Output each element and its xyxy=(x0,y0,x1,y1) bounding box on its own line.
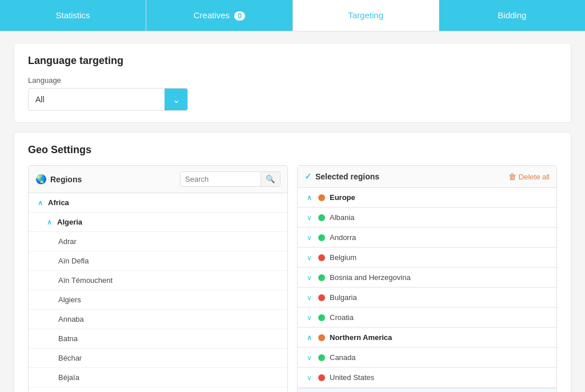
language-dropdown-arrow[interactable]: ⌄ xyxy=(165,89,187,110)
selected-canada[interactable]: ∨ Canada xyxy=(298,348,556,367)
selected-header: ✓ Selected regions 🗑 Delete all xyxy=(298,166,556,188)
region-batna-label: Batna xyxy=(58,334,78,343)
status-dot-bosnia xyxy=(318,274,325,281)
regions-header: 🌏 Regions 🔍 xyxy=(29,166,287,193)
bottom-checkbox-row: ✓ I want to buy traffic from other regio… xyxy=(298,388,556,392)
region-annaba[interactable]: Annaba xyxy=(29,310,287,329)
list-item: ∨ Canada xyxy=(298,348,556,368)
region-adrar[interactable]: Adrar xyxy=(29,232,287,251)
region-beni-abbes[interactable]: Beni Abbes xyxy=(29,387,287,392)
selected-united-states[interactable]: ∨ United States xyxy=(298,368,556,387)
region-ain-temouchent-label: Aïn Témouchent xyxy=(58,276,113,285)
selected-europe-label: Europe xyxy=(330,193,355,202)
selected-belgium-label: Belgium xyxy=(330,253,356,262)
language-section: Language targeting Language All ⌄ xyxy=(14,43,571,123)
selected-belgium[interactable]: ∨ Belgium xyxy=(298,248,556,267)
language-dropdown[interactable]: All ⌄ xyxy=(28,88,188,111)
creatives-badge: 0 xyxy=(234,11,245,21)
selected-bulgaria-label: Bulgaria xyxy=(330,293,357,302)
check-circle-icon: ✓ xyxy=(304,171,312,182)
selected-canada-label: Canada xyxy=(330,353,356,362)
selected-bosnia-label: Bosnia and Herzegovina xyxy=(330,273,411,282)
tab-bidding-label: Bidding xyxy=(498,10,526,20)
chevron-down-icon: ⌄ xyxy=(173,94,180,105)
chevron-down-icon: ∨ xyxy=(304,234,314,242)
list-item: Béjaïa xyxy=(29,368,287,387)
tab-creatives-label: Creatives xyxy=(194,10,230,20)
tab-creatives[interactable]: Creatives 0 xyxy=(146,0,292,31)
geo-section-title: Geo Settings xyxy=(28,144,557,156)
selected-croatia[interactable]: ∨ Croatia xyxy=(298,308,556,327)
tabs-bar: Statistics Creatives 0 Targeting Bidding xyxy=(0,0,585,31)
list-item: Aïn Témouchent xyxy=(29,271,287,290)
status-dot-andorra xyxy=(318,234,325,241)
list-item: ∨ United States xyxy=(298,368,556,388)
selected-europe[interactable]: ∧ Europe xyxy=(298,188,556,207)
status-dot-northern-america xyxy=(318,334,325,341)
selected-andorra[interactable]: ∨ Andorra xyxy=(298,228,556,247)
tab-bidding[interactable]: Bidding xyxy=(439,0,585,31)
tab-statistics[interactable]: Statistics xyxy=(0,0,146,31)
selected-tree: ∧ Europe ∨ Albania xyxy=(298,188,556,388)
chevron-down-icon: ∨ xyxy=(304,254,314,262)
regions-column: 🌏 Regions 🔍 ∧ Afri xyxy=(28,165,288,392)
list-item: Batna xyxy=(29,329,287,349)
selected-andorra-label: Andorra xyxy=(330,233,356,242)
status-dot-united-states xyxy=(318,374,325,381)
selected-albania[interactable]: ∨ Albania xyxy=(298,208,556,227)
selected-bosnia[interactable]: ∨ Bosnia and Herzegovina xyxy=(298,268,556,287)
region-bejaia[interactable]: Béjaïa xyxy=(29,368,287,387)
tab-statistics-label: Statistics xyxy=(56,10,90,20)
selected-column: ✓ Selected regions 🗑 Delete all ∧ xyxy=(297,165,557,392)
selected-united-states-label: United States xyxy=(330,373,374,382)
list-item: ∧ Africa xyxy=(29,193,287,213)
list-item: Annaba xyxy=(29,310,287,329)
selected-northern-america[interactable]: ∧ Northern America xyxy=(298,328,556,347)
regions-label: Regions xyxy=(50,175,82,184)
list-item: ∨ Croatia xyxy=(298,308,556,328)
list-item: ∨ Bulgaria xyxy=(298,288,556,308)
status-dot-canada xyxy=(318,354,325,361)
selected-northern-america-label: Northern America xyxy=(330,333,392,342)
list-item: Aïn Defla xyxy=(29,251,287,271)
delete-all-button[interactable]: 🗑 Delete all xyxy=(508,172,550,181)
list-item: ∨ Belgium xyxy=(298,248,556,268)
list-item: Algiers xyxy=(29,290,287,310)
tab-targeting[interactable]: Targeting xyxy=(293,0,439,31)
tab-targeting-label: Targeting xyxy=(348,10,383,20)
list-item: ∧ Europe xyxy=(298,188,556,208)
region-africa-label: Africa xyxy=(48,198,69,207)
region-bechar-label: Béchar xyxy=(58,354,82,362)
language-section-title: Language targeting xyxy=(28,55,557,67)
region-algeria[interactable]: ∧ Algeria xyxy=(29,213,287,231)
geo-section: Geo Settings 🌏 Regions 🔍 xyxy=(14,132,571,392)
status-dot-europe xyxy=(318,194,325,201)
search-box: 🔍 xyxy=(180,171,281,187)
selected-albania-label: Albania xyxy=(330,213,354,222)
list-item: ∨ Albania xyxy=(298,208,556,228)
search-button[interactable]: 🔍 xyxy=(261,172,280,186)
region-africa[interactable]: ∧ Africa xyxy=(29,193,287,212)
region-ain-temouchent[interactable]: Aïn Témouchent xyxy=(29,271,287,290)
region-batna[interactable]: Batna xyxy=(29,329,287,348)
region-ain-defla-label: Aïn Defla xyxy=(58,257,89,265)
list-item: Adrar xyxy=(29,232,287,251)
language-dropdown-value: All xyxy=(29,90,165,109)
geo-columns: 🌏 Regions 🔍 ∧ Afri xyxy=(28,165,557,392)
regions-title-row: 🌏 Regions xyxy=(35,174,82,185)
status-dot-albania xyxy=(318,214,325,221)
language-field-label: Language xyxy=(28,76,557,85)
status-dot-bulgaria xyxy=(318,294,325,301)
region-ain-defla[interactable]: Aïn Defla xyxy=(29,251,287,270)
chevron-down-icon: ∨ xyxy=(304,214,314,222)
region-algiers[interactable]: Algiers xyxy=(29,290,287,309)
chevron-up-icon: ∧ xyxy=(304,194,314,202)
region-bechar[interactable]: Béchar xyxy=(29,349,287,367)
selected-bulgaria[interactable]: ∨ Bulgaria xyxy=(298,288,556,307)
trash-icon: 🗑 xyxy=(508,172,516,181)
selected-croatia-label: Croatia xyxy=(330,313,354,322)
search-input[interactable] xyxy=(181,172,261,186)
chevron-up-icon: ∧ xyxy=(45,218,54,226)
region-algeria-label: Algeria xyxy=(57,218,82,226)
chevron-down-icon: ∨ xyxy=(304,354,314,362)
